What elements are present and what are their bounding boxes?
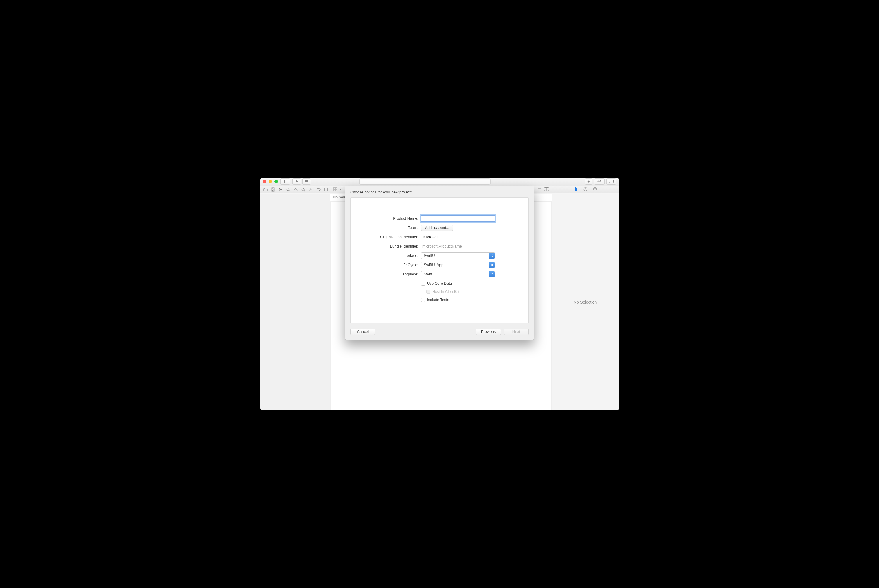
inspector-placeholder: No Selection [574, 300, 597, 304]
svg-point-12 [287, 188, 289, 190]
interface-value: SwiftUI [424, 254, 436, 258]
code-review-button[interactable] [594, 178, 605, 185]
language-value: Swift [424, 272, 432, 276]
run-stop-group [292, 178, 311, 185]
issues-icon[interactable] [294, 188, 298, 192]
debug-icon[interactable] [309, 188, 313, 192]
sheet-body: Product Name: Team: Add account... Organ… [350, 197, 529, 323]
clock-icon [583, 187, 588, 192]
life-cycle-popup[interactable]: SwiftUI App [421, 262, 495, 268]
chevron-left-icon: ‹ [340, 188, 341, 192]
svg-marker-2 [296, 180, 298, 183]
row-include-tests: Include Tests [359, 296, 520, 303]
inspector-tabbar: ? [552, 186, 619, 193]
row-team: Team: Add account... [359, 224, 520, 231]
close-icon[interactable] [263, 180, 266, 183]
row-interface: Interface: SwiftUI [359, 252, 520, 259]
label-life-cycle: Life Cycle: [359, 262, 421, 267]
breakpoints-icon[interactable] [316, 188, 321, 192]
source-control-icon[interactable] [271, 188, 275, 192]
stepper-icon [490, 272, 495, 277]
svg-rect-21 [336, 189, 337, 191]
navigator-pane [260, 194, 331, 411]
stepper-icon [490, 262, 495, 268]
related-items-icon[interactable] [334, 187, 338, 192]
label-language: Language: [359, 272, 421, 276]
activity-viewer[interactable] [359, 178, 491, 185]
tests-icon[interactable] [301, 188, 305, 192]
sidebar-icon [283, 180, 287, 184]
run-button[interactable] [292, 178, 301, 185]
reports-icon[interactable] [324, 188, 328, 192]
svg-line-13 [288, 190, 290, 191]
previous-button[interactable]: Previous [476, 328, 501, 335]
row-bundle-id: Bundle Identifier: microsoft.ProductName [359, 243, 520, 250]
svg-rect-19 [336, 188, 337, 189]
label-product-name: Product Name: [359, 216, 421, 220]
row-product-name: Product Name: [359, 215, 520, 222]
left-toolbar-group [280, 178, 290, 185]
svg-text:?: ? [594, 188, 596, 190]
find-icon[interactable] [286, 188, 290, 192]
next-label: Next [512, 330, 520, 334]
svg-rect-18 [334, 188, 335, 189]
label-interface: Interface: [359, 254, 421, 258]
interface-popup[interactable]: SwiftUI [421, 252, 495, 259]
add-editor-icon[interactable] [544, 188, 549, 192]
use-core-data-label: Use Core Data [427, 281, 452, 286]
svg-rect-15 [325, 188, 328, 191]
zoom-icon[interactable] [274, 180, 278, 183]
minimize-icon[interactable] [269, 180, 272, 183]
help-inspector-tab[interactable]: ? [593, 188, 597, 192]
symbols-icon[interactable] [278, 188, 283, 192]
cancel-button[interactable]: Cancel [350, 328, 375, 335]
new-project-options-sheet: Choose options for your new project: Pro… [345, 186, 534, 340]
folder-icon[interactable] [263, 188, 268, 192]
sheet-footer: Cancel Previous Next [350, 328, 529, 335]
adjust-editor-icon[interactable] [537, 187, 541, 192]
use-core-data-checkbox[interactable] [421, 282, 425, 286]
include-tests-checkbox[interactable] [421, 298, 425, 302]
add-account-button[interactable]: Add account... [421, 225, 453, 231]
sheet-title: Choose options for your new project: [350, 190, 529, 194]
help-icon: ? [593, 187, 597, 192]
label-org-id: Organization Identifier: [359, 235, 421, 239]
svg-rect-0 [283, 180, 287, 183]
label-team: Team: [359, 225, 421, 230]
panel-toggle-button[interactable] [606, 178, 616, 185]
navigator-tabbar [260, 186, 331, 193]
plus-icon: + [588, 180, 590, 184]
org-id-input[interactable] [421, 234, 495, 240]
next-button: Next [504, 328, 529, 335]
svg-rect-4 [609, 180, 614, 183]
sidebar-toggle-button[interactable] [280, 178, 290, 185]
play-icon [295, 180, 299, 184]
history-inspector-tab[interactable] [583, 188, 588, 192]
inspector-pane: No Selection [552, 194, 619, 411]
library-button[interactable]: + [585, 178, 592, 185]
stop-icon [305, 180, 308, 184]
file-inspector-tab[interactable] [574, 188, 578, 192]
xcode-window: + [260, 178, 619, 411]
compare-icon [597, 180, 602, 184]
cancel-label: Cancel [357, 330, 368, 334]
back-button[interactable]: ‹ [340, 188, 341, 192]
right-toolbar-group: + [585, 178, 616, 185]
row-use-core-data: Use Core Data [359, 280, 520, 287]
add-account-label: Add account... [425, 225, 449, 230]
host-cloudkit-checkbox [427, 290, 430, 294]
svg-rect-3 [305, 180, 308, 183]
language-popup[interactable]: Swift [421, 271, 495, 278]
row-life-cycle: Life Cycle: SwiftUI App [359, 261, 520, 268]
host-cloudkit-label: Host in CloudKit [432, 290, 459, 294]
bundle-id-value: microsoft.ProductName [421, 244, 462, 248]
svg-rect-20 [334, 189, 335, 191]
row-org-id: Organization Identifier: [359, 234, 520, 240]
row-language: Language: Swift [359, 271, 520, 278]
stop-button[interactable] [302, 178, 311, 185]
include-tests-label: Include Tests [427, 297, 449, 302]
traffic-lights [263, 180, 278, 183]
product-name-input[interactable] [421, 215, 495, 222]
document-icon [574, 187, 578, 192]
life-cycle-value: SwiftUI App [424, 262, 443, 267]
